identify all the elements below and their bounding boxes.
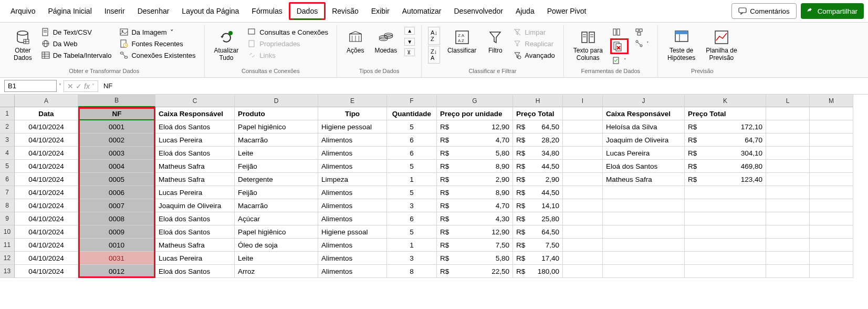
col-header-H[interactable]: H — [513, 95, 563, 107]
cell-13-B[interactable]: 0012 — [78, 265, 155, 278]
cell-3-C[interactable]: Lucas Pereira — [155, 133, 235, 147]
cell-10-A[interactable]: 04/10/2024 — [15, 225, 78, 239]
cell-3-G[interactable]: R$4,70 — [437, 133, 513, 147]
cell-5-F[interactable]: 5 — [387, 160, 437, 173]
cell-2-A[interactable]: 04/10/2024 — [15, 120, 78, 133]
col-header-B[interactable]: B — [78, 95, 155, 107]
cell-12-B[interactable]: 0031 — [78, 252, 155, 265]
planilha-previsao-button[interactable]: Planilha dePrevisão — [703, 27, 740, 64]
col-header-C[interactable]: C — [155, 95, 235, 107]
menu-dados[interactable]: Dados — [289, 2, 326, 20]
menu-desenvolvedor[interactable]: Desenvolvedor — [447, 4, 509, 18]
cell-13-G[interactable]: R$22,50 — [437, 265, 513, 278]
cell-13-D[interactable]: Arroz — [235, 265, 318, 278]
cell-5-A[interactable]: 04/10/2024 — [15, 160, 78, 173]
header-cell-C[interactable]: Caixa Responsável — [155, 107, 235, 120]
cell-11-F[interactable]: 1 — [387, 239, 437, 252]
cell-3-J[interactable]: Joaquim de Oliveira — [603, 133, 685, 147]
cell-12-A[interactable]: 04/10/2024 — [15, 252, 78, 265]
relationships-button[interactable]: ˅ — [633, 38, 651, 49]
cell-7-E[interactable]: Alimentos — [318, 186, 387, 199]
cell-13-F[interactable]: 8 — [387, 265, 437, 278]
cell-8-M[interactable] — [810, 199, 853, 212]
row-header-1[interactable]: 1 — [0, 107, 15, 120]
row-header-7[interactable]: 7 — [0, 186, 15, 199]
fx-icon[interactable]: fx — [84, 82, 90, 90]
cell-11-J[interactable] — [603, 239, 685, 252]
cell-9-F[interactable]: 6 — [387, 212, 437, 225]
cell-7-B[interactable]: 0006 — [78, 186, 155, 199]
cell-8-D[interactable]: Macarrão — [235, 199, 318, 212]
cell-11-B[interactable]: 0010 — [78, 239, 155, 252]
cell-11-A[interactable]: 04/10/2024 — [15, 239, 78, 252]
cell-8-K[interactable] — [685, 199, 766, 212]
cell-10-I[interactable] — [563, 225, 603, 239]
header-cell-L[interactable] — [766, 107, 810, 120]
col-header-L[interactable]: L — [766, 95, 810, 107]
cell-13-A[interactable]: 04/10/2024 — [15, 265, 78, 278]
cell-9-J[interactable] — [603, 212, 685, 225]
select-all-corner[interactable] — [0, 95, 15, 107]
cell-7-C[interactable]: Lucas Pereira — [155, 186, 235, 199]
tabela-button[interactable]: De Tabela/Intervalo — [39, 50, 114, 60]
sort-desc-button[interactable]: Z↓A — [428, 46, 440, 64]
cell-3-M[interactable] — [810, 133, 853, 147]
cell-10-D[interactable]: Papel higiênico — [235, 225, 318, 239]
cell-7-F[interactable]: 5 — [387, 186, 437, 199]
cell-10-E[interactable]: Higiene pssoal — [318, 225, 387, 239]
cell-7-A[interactable]: 04/10/2024 — [15, 186, 78, 199]
cell-6-L[interactable] — [766, 173, 810, 186]
menu-power-pivot[interactable]: Power Pivot — [541, 4, 593, 18]
menu-desenhar[interactable]: Desenhar — [131, 4, 176, 18]
expand-icon[interactable]: ⊻ — [404, 48, 415, 56]
avancado-button[interactable]: Avançado — [511, 50, 557, 60]
cell-12-C[interactable]: Lucas Pereira — [155, 252, 235, 265]
cell-3-E[interactable]: Alimentos — [318, 133, 387, 147]
cell-3-B[interactable]: 0002 — [78, 133, 155, 147]
cell-3-I[interactable] — [563, 133, 603, 147]
cell-4-D[interactable]: Leite — [235, 147, 318, 160]
header-cell-M[interactable] — [810, 107, 853, 120]
cell-11-E[interactable]: Alimentos — [318, 239, 387, 252]
header-cell-G[interactable]: Preço por unidade — [437, 107, 513, 120]
cell-5-C[interactable]: Matheus Safra — [155, 160, 235, 173]
col-header-D[interactable]: D — [235, 95, 318, 107]
cell-5-B[interactable]: 0004 — [78, 160, 155, 173]
cancel-icon[interactable]: ✕ — [67, 82, 74, 90]
comments-button[interactable]: Comentários — [731, 3, 797, 19]
cell-9-L[interactable] — [766, 212, 810, 225]
conexoes-button[interactable]: Conexões Existentes — [118, 50, 197, 60]
col-header-M[interactable]: M — [810, 95, 853, 107]
cell-2-M[interactable] — [810, 120, 853, 133]
cell-13-L[interactable] — [766, 265, 810, 278]
menu-pagina-inicial[interactable]: Página Inicial — [41, 4, 98, 18]
cell-7-H[interactable]: R$44,50 — [513, 186, 563, 199]
classificar-button[interactable]: Z AA Z Classificar — [444, 27, 479, 56]
cell-5-I[interactable] — [563, 160, 603, 173]
col-header-A[interactable]: A — [15, 95, 78, 107]
atualizar-tudo-button[interactable]: AtualizarTudo — [211, 27, 242, 64]
cell-9-D[interactable]: Açúcar — [235, 212, 318, 225]
cell-13-H[interactable]: R$180,00 — [513, 265, 563, 278]
cell-8-G[interactable]: R$4,70 — [437, 199, 513, 212]
fx-dropdown-icon[interactable]: ˅ — [92, 83, 95, 89]
col-header-I[interactable]: I — [563, 95, 603, 107]
cell-13-J[interactable] — [603, 265, 685, 278]
texto-colunas-button[interactable]: Texto paraColunas — [570, 27, 606, 64]
menu-arquivo[interactable]: Arquivo — [4, 4, 41, 18]
cell-10-F[interactable]: 5 — [387, 225, 437, 239]
header-cell-H[interactable]: Preço Total — [513, 107, 563, 120]
cell-10-C[interactable]: Eloá dos Santos — [155, 225, 235, 239]
cell-8-H[interactable]: R$14,10 — [513, 199, 563, 212]
name-box-dropdown-icon[interactable]: ˅ — [59, 83, 61, 89]
obter-dados-button[interactable]: ObterDados — [11, 27, 35, 64]
cell-4-L[interactable] — [766, 147, 810, 160]
row-header-4[interactable]: 4 — [0, 147, 15, 160]
cell-8-J[interactable] — [603, 199, 685, 212]
cell-5-K[interactable]: R$469,80 — [685, 160, 766, 173]
cell-12-G[interactable]: R$5,80 — [437, 252, 513, 265]
cell-6-K[interactable]: R$123,40 — [685, 173, 766, 186]
row-header-13[interactable]: 13 — [0, 265, 15, 278]
cell-10-G[interactable]: R$12,90 — [437, 225, 513, 239]
cell-11-K[interactable] — [685, 239, 766, 252]
